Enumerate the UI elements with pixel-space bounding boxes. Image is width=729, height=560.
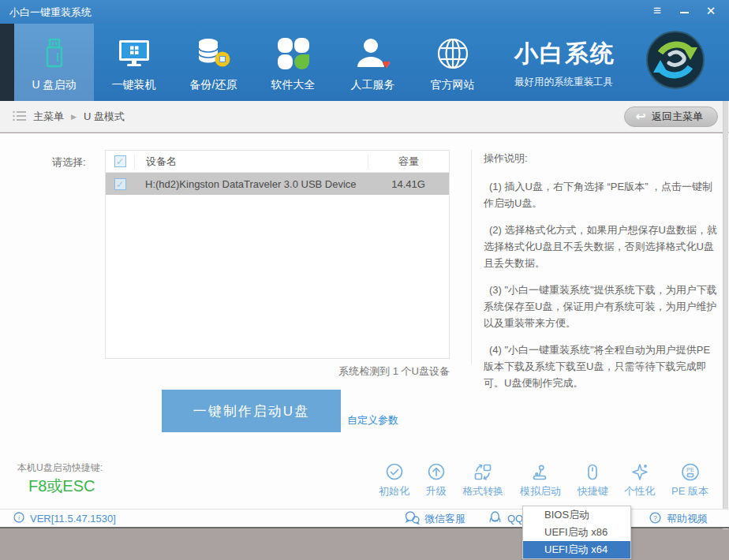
breadcrumb-root[interactable]: 主菜单 — [33, 110, 64, 124]
table-header-row: ✓ 设备名 容量 — [106, 151, 449, 173]
nav-item-usb-boot[interactable]: U 盘启动 — [14, 24, 94, 101]
tool-label: 模拟启动 — [520, 484, 561, 498]
svg-text:?: ? — [653, 513, 657, 521]
titlebar: 小白一键重装系统 ≡ ✕ — [0, 0, 729, 24]
breadcrumb-current: U 盘模式 — [84, 110, 125, 124]
qq-label: QQ — [507, 513, 523, 525]
simulate-boot-icon — [530, 462, 551, 482]
nav-label: 备份/还原 — [190, 78, 237, 92]
nav-item-website[interactable]: 官方网站 — [413, 24, 492, 101]
heart-icon: ♥ — [382, 58, 390, 71]
instruction-step-3: (3) "小白一键重装系统"提供系统下载，为用户下载系统保存至U盘，保证用户有系… — [484, 282, 720, 331]
app-logo — [645, 30, 705, 90]
tool-simulate-boot[interactable]: 模拟启动 — [520, 462, 561, 498]
nav-label: 软件大全 — [271, 78, 316, 92]
close-button[interactable]: ✕ — [704, 2, 718, 20]
boot-shortcut-keys: F8或ESC — [28, 476, 95, 497]
tool-label: 升级 — [426, 484, 447, 498]
row-checkbox[interactable]: ✓ — [114, 178, 126, 190]
column-header-capacity: 容量 — [368, 155, 449, 169]
instruction-step-1: (1) 插入U盘，右下角选择 “PE版本” ，点击一键制作启动U盘。 — [484, 178, 720, 211]
popup-item-uefi-x64[interactable]: UEFI启动 x64 — [523, 541, 630, 558]
nav-item-backup-restore[interactable]: 备份/还原 — [174, 24, 253, 101]
tool-personalize[interactable]: 个性化 — [624, 462, 655, 498]
instruction-step-2: (2) 选择格式化方式，如果用户想保存U盘数据，就选择格式化U盘且不丢失数据，否… — [484, 222, 720, 271]
mouse-icon — [582, 462, 603, 482]
table-row[interactable]: ✓ H:(hd2)Kingston DataTraveler 3.0 USB D… — [106, 173, 449, 195]
help-video[interactable]: ? 帮助视频 — [649, 510, 708, 528]
make-boot-usb-button[interactable]: 一键制作启动U盘 — [162, 390, 341, 432]
usb-drive-icon — [36, 33, 73, 74]
app-title: 小白一键重装系统 — [9, 6, 92, 20]
support-person-icon: ♥ — [354, 33, 392, 74]
menu-icon[interactable]: ≡ — [650, 2, 664, 20]
capacity-cell: 14.41G — [368, 178, 449, 190]
initialize-icon — [384, 462, 405, 482]
window-right-edge — [723, 101, 728, 529]
tool-label: 快捷键 — [578, 484, 608, 498]
nav-item-software-center[interactable]: 软件大全 — [253, 24, 333, 101]
boot-shortcut-label: 本机U盘启动快捷键: — [17, 461, 103, 475]
popup-item-uefi-x86[interactable]: UEFI启动 x86 — [523, 524, 630, 541]
breadcrumb-bar: 主菜单 ▶ U 盘模式 ↩ 返回主菜单 — [0, 101, 729, 133]
tool-initialize[interactable]: 初始化 — [379, 462, 409, 498]
software-clover-icon — [275, 33, 312, 74]
tool-hotkey[interactable]: 快捷键 — [578, 462, 608, 498]
nav-label: 人工服务 — [351, 78, 395, 92]
tool-label: PE 版本 — [671, 484, 708, 498]
backup-database-icon — [195, 33, 233, 74]
nav-item-one-click-install[interactable]: 一键装机 — [94, 24, 174, 101]
breadcrumb-menu-icon — [13, 110, 26, 124]
tool-label: 格式转换 — [462, 484, 503, 498]
globe-icon — [434, 33, 472, 74]
wechat-support[interactable]: 微信客服 — [404, 510, 465, 528]
popup-item-bios[interactable]: BIOS启动 — [523, 506, 630, 524]
custom-params-link[interactable]: 自定义参数 — [347, 413, 398, 427]
star-icon — [630, 462, 650, 482]
pe-version-icon: PE — [680, 462, 701, 482]
nav-label: 官方网站 — [431, 78, 475, 92]
tools-row: 初始化 升级 格式转换 — [379, 462, 708, 498]
device-name-cell: H:(hd2)Kingston DataTraveler 3.0 USB Dev… — [134, 178, 368, 190]
wechat-label: 微信客服 — [424, 512, 465, 526]
detect-count-text: 系统检测到 1 个U盘设备 — [105, 364, 450, 379]
main-nav: U 盘启动 一键装机 — [0, 24, 729, 101]
minimize-icon — [680, 12, 689, 13]
column-divider — [471, 150, 472, 364]
tool-format-convert[interactable]: 格式转换 — [462, 462, 503, 498]
wechat-icon — [404, 510, 420, 527]
breadcrumb-arrow-icon: ▶ — [71, 113, 77, 121]
return-main-menu-button[interactable]: ↩ 返回主菜单 — [624, 106, 718, 127]
help-label: 帮助视频 — [667, 512, 708, 526]
nav-label: 一键装机 — [112, 78, 156, 92]
select-all-checkbox[interactable]: ✓ — [114, 155, 126, 167]
nav-left-strip — [0, 24, 14, 101]
upgrade-icon — [426, 462, 447, 482]
back-arrow-icon: ↩ — [636, 110, 646, 123]
qq-support[interactable]: QQ — [488, 510, 523, 528]
minimize-button[interactable] — [677, 2, 691, 20]
brand-block: 小白系统 最好用的系统重装工具 — [514, 38, 649, 89]
tool-label: 个性化 — [624, 484, 655, 498]
monitor-icon — [115, 33, 153, 74]
version-info: i VER[11.5.47.1530] — [13, 510, 116, 528]
svg-text:PE: PE — [686, 466, 694, 473]
instructions-title: 操作说明: — [484, 151, 720, 166]
version-text: VER[11.5.47.1530] — [30, 513, 116, 525]
instructions-panel: 操作说明: (1) 插入U盘，右下角选择 “PE版本” ，点击一键制作启动U盘。… — [484, 151, 720, 401]
info-icon: i — [13, 511, 25, 526]
tool-upgrade[interactable]: 升级 — [426, 462, 447, 498]
brand-subtitle: 最好用的系统重装工具 — [514, 76, 649, 89]
tool-label: 初始化 — [379, 484, 409, 498]
instruction-step-4: (4) "小白一键重装系统"将全程自动为用户提供PE版本下载及系统下载至U盘，只… — [484, 342, 720, 391]
device-table: ✓ 设备名 容量 ✓ H:(hd2)Kingston DataTraveler … — [105, 150, 450, 359]
nav-label: U 盘启动 — [32, 78, 77, 92]
help-icon: ? — [649, 511, 662, 527]
select-label: 请选择: — [52, 155, 86, 170]
return-button-label: 返回主菜单 — [652, 110, 703, 124]
boot-type-popup: BIOS启动 UEFI启动 x86 UEFI启动 x64 — [522, 506, 631, 559]
column-header-device-name: 设备名 — [134, 155, 368, 169]
nav-item-support[interactable]: ♥ 人工服务 — [333, 24, 413, 101]
tool-pe-version[interactable]: PE PE 版本 — [671, 462, 708, 498]
svg-text:i: i — [18, 514, 20, 521]
